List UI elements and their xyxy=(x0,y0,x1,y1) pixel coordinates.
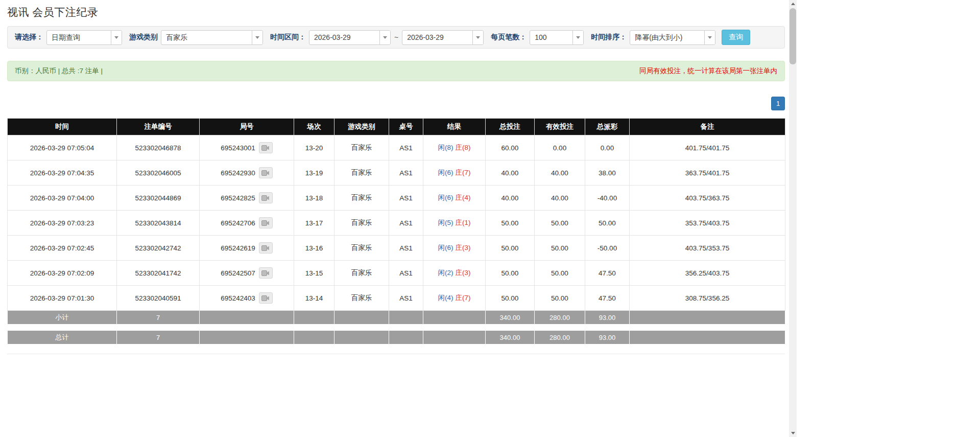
banker-result: 庄(8) xyxy=(456,144,471,151)
date-from-select[interactable]: 2026-03-29 xyxy=(309,30,391,45)
video-camera-icon[interactable] xyxy=(259,217,273,228)
bet-id-cell: 523302046878 xyxy=(117,135,200,160)
date-from-value[interactable]: 2026-03-29 xyxy=(309,31,379,44)
video-camera-icon[interactable] xyxy=(259,292,273,304)
game-type-value[interactable]: 百家乐 xyxy=(161,31,252,44)
bet-id-cell: 523302046005 xyxy=(117,160,200,186)
video-camera-icon[interactable] xyxy=(259,142,273,153)
column-header-time: 时间 xyxy=(8,119,117,135)
game-type-cell: 百家乐 xyxy=(334,261,389,286)
total-label: 总计 xyxy=(8,331,117,344)
round-cell: 695242619 xyxy=(200,236,294,261)
date-to-select[interactable]: 2026-03-29 xyxy=(402,30,484,45)
pagination: 1 xyxy=(7,97,785,110)
chevron-down-icon[interactable] xyxy=(572,31,583,44)
video-camera-icon[interactable] xyxy=(259,192,273,203)
table-header: 时间 注单编号 局号 场次 游戏类别 桌号 结果 总投注 有效投注 总派彩 备注 xyxy=(8,119,785,135)
valid-bet-cell: 50.00 xyxy=(535,236,585,261)
sort-select[interactable]: 降幂(由大到小) xyxy=(630,30,715,45)
total-bet-cell[interactable]: 40.00 xyxy=(486,186,535,211)
result-cell: 闲(6)庄(3) xyxy=(423,236,486,261)
table-row: 2026-03-29 07:03:23 523302043814 6952427… xyxy=(8,211,785,236)
valid-bet-cell: 0.00 xyxy=(535,135,585,160)
summary-bar: 币别：人民币 | 总共 :7 注单 | 同局有效投注，统一计算在该局第一张注单内 xyxy=(7,61,785,81)
vertical-scrollbar[interactable] xyxy=(789,0,797,437)
column-header-session: 场次 xyxy=(294,119,334,135)
chevron-down-icon[interactable] xyxy=(379,31,390,44)
game-type-cell: 百家乐 xyxy=(334,236,389,261)
time-cell: 2026-03-29 07:04:35 xyxy=(8,160,117,186)
round-cell: 695242930 xyxy=(200,160,294,186)
query-type-value[interactable]: 日期查询 xyxy=(47,31,111,44)
total-bet-cell[interactable]: 40.00 xyxy=(486,160,535,186)
scroll-up-button[interactable] xyxy=(789,0,797,8)
bet-id-cell: 523302041742 xyxy=(117,261,200,286)
payout-cell: 47.50 xyxy=(585,286,630,311)
page-button-1[interactable]: 1 xyxy=(771,97,785,110)
time-cell: 2026-03-29 07:01:30 xyxy=(8,286,117,311)
game-type-select[interactable]: 百家乐 xyxy=(161,30,263,45)
query-type-select[interactable]: 日期查询 xyxy=(46,30,122,45)
time-cell: 2026-03-29 07:02:45 xyxy=(8,236,117,261)
video-camera-icon[interactable] xyxy=(259,267,273,279)
session-cell: 13-18 xyxy=(294,186,334,211)
player-result: 闲(6) xyxy=(438,169,453,176)
page-size-select[interactable]: 100 xyxy=(530,30,584,45)
triangle-down-icon xyxy=(791,432,795,434)
subtotal-total-bet: 340.00 xyxy=(486,311,535,325)
video-camera-icon[interactable] xyxy=(259,242,273,254)
column-header-remark: 备注 xyxy=(630,119,785,135)
total-bet-cell[interactable]: 50.00 xyxy=(486,261,535,286)
total-bet-cell[interactable]: 50.00 xyxy=(486,236,535,261)
page-size-value[interactable]: 100 xyxy=(530,31,572,44)
subtotal-row: 小计 7 340.00 280.00 93.00 xyxy=(8,311,785,325)
game-type-cell: 百家乐 xyxy=(334,160,389,186)
total-bet-cell[interactable]: 50.00 xyxy=(486,286,535,311)
time-cell: 2026-03-29 07:05:04 xyxy=(8,135,117,160)
chevron-down-icon[interactable] xyxy=(704,31,715,44)
chevron-down-icon[interactable] xyxy=(472,31,483,44)
payout-cell: 38.00 xyxy=(585,160,630,186)
date-to-value[interactable]: 2026-03-29 xyxy=(402,31,472,44)
chevron-down-icon[interactable] xyxy=(111,31,122,44)
total-bet-cell[interactable]: 60.00 xyxy=(486,135,535,160)
column-header-bet-id: 注单编号 xyxy=(117,119,200,135)
payout-cell: 47.50 xyxy=(585,261,630,286)
bet-id-cell: 523302040591 xyxy=(117,286,200,311)
range-separator: ~ xyxy=(394,33,398,41)
remark-cell: 403.75/353.75 xyxy=(630,236,785,261)
player-result: 闲(6) xyxy=(438,244,453,251)
scrollbar-thumb[interactable] xyxy=(790,8,796,64)
banker-result: 庄(1) xyxy=(456,219,471,226)
bet-id-cell: 523302043814 xyxy=(117,211,200,236)
game-type-label: 游戏类别 xyxy=(129,33,158,42)
video-camera-icon[interactable] xyxy=(259,167,273,178)
valid-bet-cell: 50.00 xyxy=(535,286,585,311)
search-button[interactable]: 查询 xyxy=(722,30,750,45)
total-bet-cell[interactable]: 50.00 xyxy=(486,211,535,236)
filter-bar: 请选择： 日期查询 游戏类别 百家乐 时间区间： 2026-03-29 ~ 20… xyxy=(7,26,785,49)
subtotal-payout: 93.00 xyxy=(585,311,630,325)
subtotal-valid-bet: 280.00 xyxy=(535,311,585,325)
query-type-label: 请选择： xyxy=(15,33,43,42)
sort-value[interactable]: 降幂(由大到小) xyxy=(630,31,704,44)
banker-result: 庄(7) xyxy=(456,294,471,302)
game-type-cell: 百家乐 xyxy=(334,135,389,160)
game-type-cell: 百家乐 xyxy=(334,186,389,211)
summary-note: 同局有效投注，统一计算在该局第一张注单内 xyxy=(639,66,777,76)
table-row: 2026-03-29 07:02:09 523302041742 6952425… xyxy=(8,261,785,286)
round-cell: 695242403 xyxy=(200,286,294,311)
column-header-valid-bet: 有效投注 xyxy=(535,119,585,135)
scroll-down-button[interactable] xyxy=(789,429,797,437)
player-result: 闲(4) xyxy=(438,294,453,302)
payout-cell: 0.00 xyxy=(585,135,630,160)
round-cell: 695242706 xyxy=(200,211,294,236)
table-no-cell: AS1 xyxy=(389,186,423,211)
result-cell: 闲(2)庄(3) xyxy=(423,261,486,286)
bet-id-cell: 523302044869 xyxy=(117,186,200,211)
table-no-cell: AS1 xyxy=(389,286,423,311)
payout-cell: -50.00 xyxy=(585,236,630,261)
round-cell: 695242825 xyxy=(200,186,294,211)
column-header-result: 结果 xyxy=(423,119,486,135)
chevron-down-icon[interactable] xyxy=(252,31,262,44)
